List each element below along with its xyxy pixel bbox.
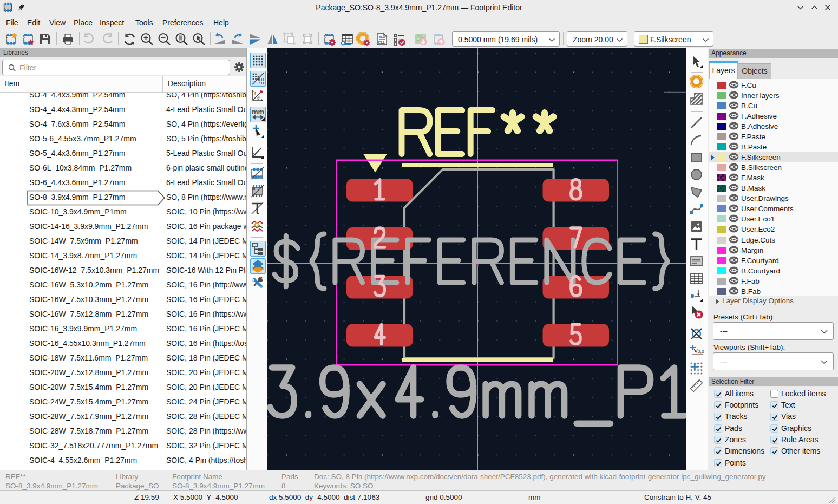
svg-text:(0,0): (0,0) [696, 349, 704, 354]
svg-text:r: r [254, 90, 256, 96]
svg-text:mm: mm [252, 108, 264, 116]
svg-text:θ: θ [257, 95, 260, 101]
